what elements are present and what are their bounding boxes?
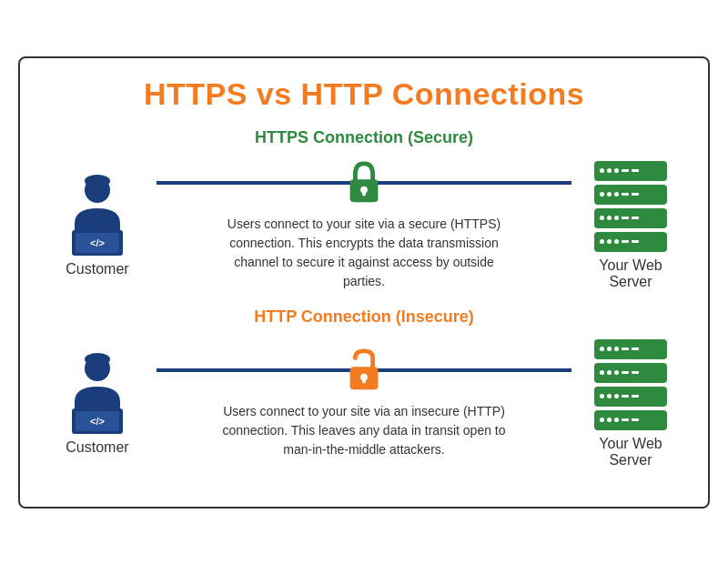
rack-dot	[600, 239, 604, 244]
https-lock	[344, 160, 384, 206]
rack-dot	[607, 418, 612, 422]
https-rack-2	[594, 185, 667, 205]
rack-dot	[614, 192, 619, 196]
https-line-container	[157, 160, 571, 206]
http-server-icon	[594, 339, 667, 430]
rack-dash	[632, 347, 639, 350]
http-rack-1	[594, 339, 667, 359]
https-customer-figure: </> Customer	[47, 174, 147, 277]
http-customer-label: Customer	[66, 439, 128, 456]
svg-rect-7	[362, 189, 366, 196]
svg-text:</>: </>	[90, 237, 105, 248]
rack-dot	[600, 370, 604, 375]
https-title: HTTPS Connection (Secure)	[47, 128, 681, 147]
rack-dash	[632, 217, 639, 219]
https-rack-4	[594, 232, 667, 252]
https-server-icon	[594, 161, 667, 252]
rack-dot	[614, 347, 619, 351]
rack-dash	[622, 217, 629, 219]
rack-dot	[600, 216, 604, 220]
rack-dash	[632, 418, 639, 421]
http-lock-icon	[344, 347, 384, 393]
rack-dash	[632, 169, 639, 172]
http-diagram: </> Customer	[47, 339, 681, 468]
http-lock	[344, 347, 384, 393]
http-server-label: Your WebServer	[599, 436, 662, 468]
main-card: HTTPS vs HTTP Connections HTTPS Connecti…	[18, 56, 710, 509]
rack-dot	[614, 370, 619, 375]
rack-dash	[622, 240, 629, 243]
rack-dash	[622, 169, 629, 172]
rack-dot	[600, 394, 604, 398]
https-rack-3	[594, 208, 667, 228]
rack-dash	[632, 371, 639, 374]
rack-dash	[622, 395, 629, 398]
rack-dash	[632, 395, 639, 398]
rack-dot	[607, 239, 612, 244]
https-description: Users connect to your site via a secure …	[218, 215, 510, 291]
page-title: HTTPS vs HTTP Connections	[47, 76, 681, 112]
svg-point-9	[85, 353, 110, 366]
http-customer-icon: </>	[61, 352, 134, 434]
rack-dot	[607, 370, 612, 375]
rack-dot	[607, 347, 612, 351]
https-rack-1	[594, 161, 667, 181]
rack-dot	[607, 192, 612, 196]
rack-dot	[600, 168, 604, 173]
https-section: HTTPS Connection (Secure) </> Custo	[47, 128, 681, 291]
rack-dot	[614, 216, 619, 220]
svg-rect-15	[362, 378, 366, 384]
rack-dash	[622, 193, 629, 196]
https-customer-label: Customer	[66, 261, 128, 277]
rack-dot	[614, 418, 619, 422]
svg-point-1	[85, 175, 110, 187]
rack-dot	[607, 216, 612, 220]
rack-dot	[600, 192, 604, 196]
rack-dash	[632, 193, 639, 196]
rack-dot	[600, 347, 604, 351]
rack-dot	[614, 168, 619, 173]
http-customer-figure: </> Customer	[47, 352, 147, 456]
svg-text:</>: </>	[90, 416, 105, 427]
http-title: HTTP Connection (Insecure)	[47, 307, 681, 327]
http-description: Users connect to your site via an insecu…	[218, 402, 510, 459]
http-line-container	[157, 347, 571, 393]
rack-dash	[632, 240, 639, 243]
http-section: HTTP Connection (Insecure) </> Customer	[47, 307, 681, 468]
rack-dot	[600, 418, 604, 422]
rack-dash	[622, 418, 629, 421]
rack-dot	[607, 168, 612, 173]
rack-dot	[607, 394, 612, 398]
rack-dot	[614, 394, 619, 398]
http-rack-3	[594, 387, 667, 407]
http-rack-4	[594, 410, 667, 430]
https-server-figure: Your WebServer	[581, 161, 681, 290]
https-lock-icon	[344, 160, 384, 206]
https-diagram: </> Customer	[47, 160, 681, 291]
https-customer-icon: </>	[61, 174, 134, 256]
https-server-label: Your WebServer	[599, 257, 662, 290]
rack-dash	[622, 347, 629, 350]
http-connection: Users connect to your site via an insecu…	[157, 347, 571, 459]
http-rack-2	[594, 363, 667, 383]
rack-dot	[614, 239, 619, 244]
https-connection: Users connect to your site via a secure …	[157, 160, 571, 291]
rack-dash	[622, 371, 629, 374]
http-server-figure: Your WebServer	[581, 339, 681, 468]
